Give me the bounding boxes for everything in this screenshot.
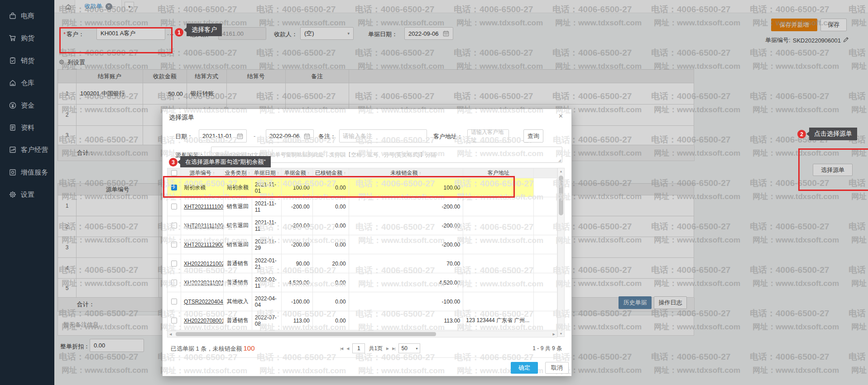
sort-icon[interactable]: ↑ <box>248 171 250 176</box>
cell-value: 普通销售 <box>227 317 249 324</box>
data-cell: 0.00 <box>313 273 349 292</box>
source-doc-link[interactable]: XH20220121002 <box>184 261 224 267</box>
address-filter-input[interactable]: 请输入客户地址 <box>467 129 509 143</box>
row-checkbox[interactable] <box>171 204 177 209</box>
data-cell: -200.00 <box>282 216 313 235</box>
select-all-checkbox[interactable] <box>171 170 177 176</box>
modal-source-table: 源单编号↑业务类别↑单据日期↑单据金额↑已核销金额↑未核销金额↑客户地址✓期初余… <box>167 168 557 330</box>
source-doc-link[interactable]: XH20220211001 <box>184 280 224 286</box>
cell-value: 销售退回 <box>227 222 249 229</box>
cell-value: 100.00 <box>444 185 460 191</box>
annotation-tooltip-3: 在选择源单界面勾选“期初余额” <box>180 156 271 167</box>
cell-value: 2022-07-08 <box>255 314 278 327</box>
pagination: |◀ ◀ 1 共1页 ▶ ▶| 50 ▾ <box>340 343 420 353</box>
source-doc-link[interactable]: QTSR20220404001 <box>184 299 224 305</box>
date-separator: - <box>254 133 255 139</box>
cell-value: -200.00 <box>291 204 310 210</box>
page-last-icon[interactable]: ▶| <box>392 347 395 351</box>
data-cell: 70.00 <box>349 254 464 273</box>
column-header-label[interactable]: 单据日期 <box>254 169 276 177</box>
cell-value: 其他收入 <box>227 298 249 305</box>
watermark-text: 网址：www.tdxsoft.com <box>358 109 445 115</box>
column-header-label[interactable]: 客户地址 <box>488 169 509 177</box>
cell-value: 100.00 <box>293 185 310 191</box>
table-row: XH20220211001普通销售2022-02-114,520.000.004… <box>168 273 557 292</box>
remark-filter-input[interactable]: 请输入备注 <box>339 129 427 143</box>
data-cell: -200.00 <box>282 197 313 216</box>
source-doc-link[interactable]: XH20220708001 <box>184 318 224 324</box>
data-cell <box>534 235 557 254</box>
page-number-input[interactable]: 1 <box>352 343 365 353</box>
address-filter-placeholder: 请输入客户地址 <box>471 128 505 144</box>
data-cell <box>463 254 534 273</box>
scrollbar-thumb[interactable] <box>559 176 563 215</box>
sort-icon[interactable]: ↑ <box>212 171 215 176</box>
search-button[interactable]: 查询 <box>523 129 543 143</box>
data-cell: 销售退回 <box>224 235 252 254</box>
column-header-label[interactable]: 未核销金额 <box>390 169 417 177</box>
page-prev-icon[interactable]: ◀ <box>346 347 349 351</box>
data-cell <box>534 197 557 216</box>
table-row: XH20220708001普通销售2022-07-08113.000.00113… <box>168 311 557 330</box>
column-header-label[interactable]: 业务类别 <box>225 169 247 177</box>
cell-value: -200.00 <box>442 204 460 210</box>
column-header-label[interactable]: 已核销金额 <box>315 169 342 177</box>
calendar-icon[interactable] <box>304 133 310 139</box>
column-header <box>534 168 557 178</box>
scroll-up-icon[interactable]: ▲ <box>560 170 563 173</box>
row-checkbox[interactable]: ✓ <box>171 185 177 190</box>
table-row: ✓期初余额期初余额2021-11-01100.000.00100.00 <box>168 178 557 197</box>
scroll-right-icon[interactable]: ▶ <box>553 333 555 336</box>
data-cell: XH20220211001 <box>181 273 224 292</box>
date-from-input[interactable]: 2021-11-01 <box>199 129 247 143</box>
scrollbar-thumb[interactable] <box>176 332 436 336</box>
ok-button[interactable]: 确定 <box>511 362 538 374</box>
sort-icon[interactable]: ↑ <box>344 171 346 176</box>
modal-close-icon[interactable]: ✕ <box>558 113 563 119</box>
data-cell <box>168 311 181 330</box>
cell-value: 123 123444 广东省 广州... <box>466 317 529 324</box>
horizontal-scrollbar[interactable]: ◀ ▶ <box>167 331 557 337</box>
data-cell: 期初余额 <box>224 178 252 197</box>
selected-summary-text: 已选单据 1 条，未核销金额 <box>171 345 242 353</box>
sort-icon[interactable]: ↑ <box>307 171 310 176</box>
calendar-icon[interactable] <box>237 133 243 139</box>
data-cell <box>168 254 181 273</box>
row-checkbox[interactable] <box>171 299 177 304</box>
annotation-step-3-badge: 3 <box>169 158 177 166</box>
resize-handle-icon[interactable]: ◢ <box>558 158 561 162</box>
page-size-select[interactable]: 50 ▾ <box>398 343 420 353</box>
cell-value: 期初余额 <box>184 184 206 191</box>
data-cell: -200.00 <box>349 197 464 216</box>
date-to-input[interactable]: 2022-09-06 <box>266 129 314 143</box>
selected-summary: 已选单据 1 条，未核销金额 100 <box>171 344 255 353</box>
source-doc-link[interactable]: XHT20211111002 <box>184 223 224 229</box>
scroll-down-icon[interactable]: ▼ <box>560 332 563 335</box>
sort-icon[interactable]: ↑ <box>419 171 421 176</box>
data-cell <box>534 273 557 292</box>
row-checkbox[interactable] <box>171 242 177 247</box>
cell-value: 2022-04-04 <box>255 295 278 308</box>
cancel-button[interactable]: 取消 <box>545 362 569 374</box>
column-header-label[interactable]: 源单编号 <box>189 169 211 177</box>
selected-amount: 100 <box>243 344 254 352</box>
sort-icon[interactable]: ↑ <box>277 171 279 176</box>
row-checkbox[interactable] <box>171 223 177 228</box>
vertical-scrollbar[interactable]: ▲ ▼ <box>557 168 565 337</box>
column-header-label[interactable]: 单据金额 <box>284 169 306 177</box>
row-checkbox[interactable] <box>171 280 177 285</box>
scroll-left-icon[interactable]: ◀ <box>169 333 172 336</box>
page-next-icon[interactable]: ▶ <box>386 347 388 351</box>
data-cell <box>463 273 534 292</box>
modal-title: 选择源单 <box>169 114 194 122</box>
cell-value: 4,520.00 <box>288 280 310 286</box>
cell-value: 113.00 <box>293 318 310 324</box>
row-checkbox[interactable] <box>171 261 177 266</box>
page-first-icon[interactable]: |◀ <box>340 347 343 351</box>
source-doc-link[interactable]: XHT20211111001 <box>184 204 224 210</box>
date-from-value: 2021-11-01 <box>202 133 232 139</box>
cell-value: 0.00 <box>335 280 345 286</box>
cell-value: 0.00 <box>335 223 345 229</box>
row-checkbox[interactable] <box>171 318 177 323</box>
source-doc-link[interactable]: XHT20211129001 <box>184 242 224 248</box>
